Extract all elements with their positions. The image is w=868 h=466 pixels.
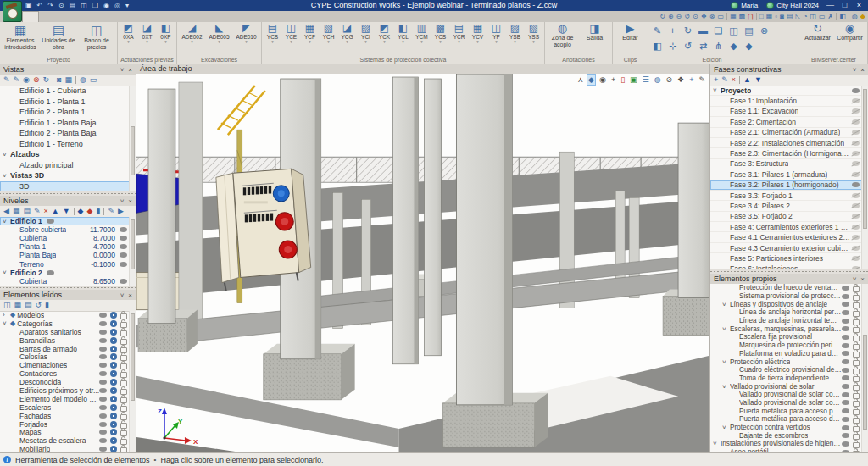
panel-tool-icon[interactable]: ▦ [13, 206, 20, 217]
expander-icon[interactable]: › [3, 311, 10, 319]
close-icon[interactable]: × [128, 291, 132, 299]
phase-row[interactable]: Fase 2: Cimentación [710, 117, 862, 127]
scrollbar[interactable] [861, 86, 868, 269]
expander-icon[interactable]: ˅ [713, 440, 721, 447]
quick-access-icon[interactable]: ▤ [70, 0, 76, 11]
dropdown-arrow-icon[interactable]: ▾ [420, 40, 423, 44]
view-tool-icon[interactable]: ▭ [819, 11, 826, 22]
view-tool-icon[interactable]: ▦ [730, 11, 737, 22]
view-tool-icon[interactable]: ⊖ [676, 11, 682, 22]
expander-icon[interactable]: ˅ [722, 301, 730, 308]
panel-tool-icon[interactable]: ▤ [25, 300, 32, 311]
dropdown-arrow-icon[interactable]: ▾ [439, 40, 442, 44]
view-tool-icon[interactable]: ▫ [775, 11, 777, 22]
settings-gear-icon[interactable] [110, 312, 117, 319]
quick-access-icon[interactable]: ↷ [47, 0, 53, 11]
visibility-eye-icon[interactable] [99, 371, 107, 376]
own-element-row[interactable]: Puerta metálica para acceso peaton... [710, 407, 862, 415]
ribbon-button[interactable]: ▤ [742, 23, 756, 37]
settings-gear-icon[interactable] [110, 437, 117, 444]
level-row[interactable]: ˅ Edificio 2 [0, 269, 130, 277]
own-element-row[interactable]: Vallado provisional de solar con vall... [710, 391, 862, 399]
lock-icon[interactable] [120, 339, 127, 345]
phase-row[interactable]: Fase 1: Implantación [710, 96, 862, 106]
panel-tool-icon[interactable]: ✎ [108, 206, 114, 217]
own-element-row[interactable]: Sistema provisional de protección ... [710, 292, 862, 301]
own-element-row[interactable]: ˅ Vallado provisional de solar [710, 382, 862, 391]
phase-row[interactable]: Fase 1.1: Excavación [710, 107, 862, 117]
view-tool-icon[interactable]: ◆ [860, 11, 865, 22]
view-tool-icon[interactable]: ◍ [852, 11, 858, 22]
quick-access-icon[interactable]: ▣ [25, 0, 32, 11]
settings-gear-icon[interactable] [110, 329, 117, 336]
category-row[interactable]: Fachadas [0, 412, 130, 420]
own-element-row[interactable]: Toma de tierra independiente para i... [710, 374, 862, 383]
scrollbar[interactable] [129, 217, 136, 286]
ribbon-button[interactable]: ◣ ADE005 ▾ [206, 23, 232, 44]
visibility-eye-icon[interactable] [852, 108, 860, 114]
visibility-eye-icon[interactable] [842, 294, 849, 299]
visibility-eye-icon[interactable] [852, 193, 860, 198]
view-tool-icon[interactable]: ◔ [804, 11, 808, 22]
ribbon-button[interactable]: ⊹ [665, 38, 680, 53]
visibility-eye-icon[interactable] [120, 252, 127, 258]
lock-icon[interactable] [853, 385, 860, 391]
phase-row[interactable]: Fase 2.2: Instalaciones cimentación [710, 138, 862, 148]
phase-row[interactable]: Fase 4: Cerramientos exteriores 1 planta [710, 222, 862, 232]
ribbon-button[interactable]: ▤ Unidades de obra [40, 23, 77, 50]
visibility-eye-icon[interactable] [842, 375, 849, 380]
close-icon[interactable]: × [860, 275, 865, 283]
phase-row[interactable]: ˅ Proyecto [710, 86, 862, 96]
panel-tool-icon[interactable]: ▼ [754, 75, 762, 86]
visibility-eye-icon[interactable] [842, 400, 849, 405]
settings-gear-icon[interactable] [110, 370, 117, 377]
visibility-eye-icon[interactable] [852, 88, 860, 93]
scrollbar[interactable] [129, 86, 136, 191]
visibility-eye-icon[interactable] [99, 347, 107, 352]
panel-tool-icon[interactable]: × [44, 206, 48, 217]
panel-tool-icon[interactable]: ▦ [64, 75, 72, 86]
settings-gear-icon[interactable] [110, 387, 117, 394]
view-tool-icon[interactable]: ✗ [828, 11, 834, 22]
dropdown-arrow-icon[interactable]: ▾ [383, 40, 386, 44]
ribbon-button[interactable]: ▧ YSS ▾ [525, 23, 542, 44]
dropdown-arrow-icon[interactable]: ▾ [218, 40, 220, 44]
category-row[interactable]: Cimentaciones [0, 361, 130, 369]
level-row[interactable]: Sobre cubierta 11.7000 [0, 225, 130, 234]
ribbon-button[interactable]: ↻ Actualizar [802, 23, 833, 42]
panel-tool-icon[interactable] [75, 76, 76, 84]
ribbon-button[interactable]: ▦ Elementos introducidos [2, 23, 39, 50]
visibility-eye-icon[interactable] [842, 441, 849, 447]
ribbon-button[interactable]: ▤ YCR ▾ [450, 23, 468, 44]
visibility-eye-icon[interactable] [99, 413, 107, 419]
ribbon-button[interactable]: ◫ Banco de precios [78, 23, 115, 50]
settings-gear-icon[interactable] [110, 429, 117, 435]
settings-gear-icon[interactable] [110, 346, 117, 352]
ribbon-button[interactable]: ❏ [711, 23, 726, 37]
ribbon-button[interactable]: ◩ YCK ▾ [376, 23, 393, 44]
view-tool-icon[interactable] [756, 13, 757, 20]
phase-row[interactable]: Fase 3: Estructura [710, 159, 862, 169]
panel-tool-icon[interactable]: ◆ [78, 206, 84, 217]
quick-access-icon[interactable]: ◫ [81, 0, 87, 11]
panel-tool-icon[interactable]: ✎ [721, 75, 728, 86]
view-tool-icon[interactable]: ▭ [718, 11, 725, 22]
visibility-eye-icon[interactable] [842, 368, 849, 373]
ribbon-button[interactable]: ◪ YCG ▾ [338, 23, 356, 44]
ribbon-button[interactable]: ◧ YCL ▾ [394, 23, 412, 44]
panel-tool-icon[interactable]: ↺ [36, 300, 42, 311]
category-row[interactable]: Barras de armado [0, 345, 130, 353]
ribbon-button[interactable]: ⋔ [711, 38, 726, 53]
visibility-eye-icon[interactable] [852, 172, 860, 177]
quick-access-icon[interactable]: ▾ [125, 0, 129, 11]
dropdown-arrow-icon[interactable]: ▾ [495, 40, 498, 44]
expander-icon[interactable]: ˅ [3, 151, 10, 158]
phase-row[interactable]: Fase 5: Particiones interiores [710, 253, 862, 264]
category-row[interactable]: › ◆ Modelos [0, 311, 130, 319]
viewport-tool-icon[interactable]: ◉ [598, 75, 607, 85]
visibility-eye-icon[interactable] [852, 225, 860, 230]
panel-tool-icon[interactable]: ◆ [87, 206, 93, 217]
category-row[interactable]: Escaleras [0, 403, 130, 412]
lock-icon[interactable] [853, 360, 860, 366]
category-row[interactable]: Elemento del modelo a... [0, 395, 130, 403]
